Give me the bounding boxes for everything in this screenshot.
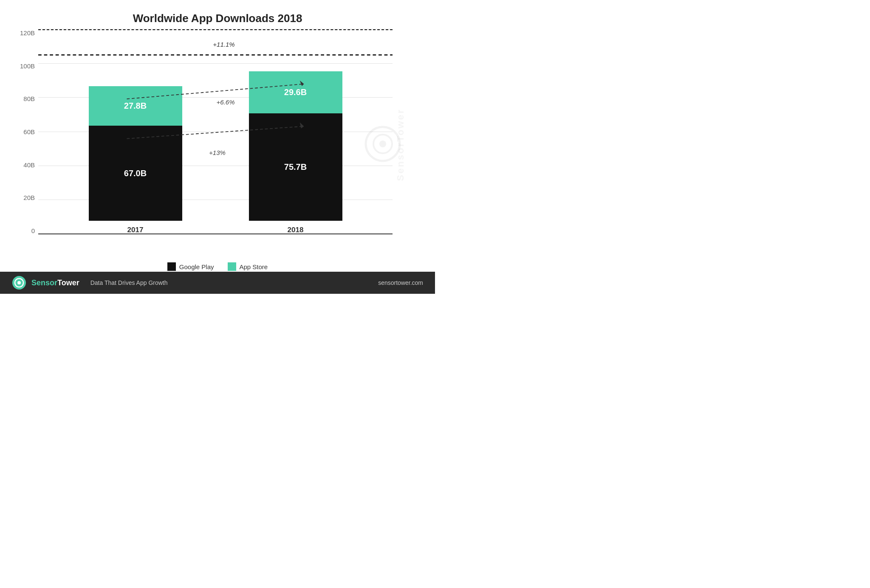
footer-logo-icon	[12, 276, 26, 290]
y-label-40: 40B	[13, 161, 38, 169]
pct-total-label: +11.1%	[213, 41, 234, 48]
y-label-100: 100B	[13, 62, 38, 70]
chart-container: Worldwide App Downloads 2018 0 20B 40B 6…	[0, 0, 435, 294]
pct-appstore-label: +6.6%	[217, 98, 235, 106]
x-label-2018: 2018	[288, 226, 304, 234]
bar-stack-2017: 27.8B 67.0B	[89, 86, 182, 221]
bar-2018-googleplay: 75.7B	[249, 113, 342, 221]
bar-2017-appstore-label: 27.8B	[124, 101, 147, 111]
bar-stack-2018: 29.6B 75.7B	[249, 71, 342, 221]
bar-2018-googleplay-label: 75.7B	[284, 162, 307, 172]
bar-2018-appstore: 29.6B	[249, 71, 342, 113]
legend-item-appstore: App Store	[228, 262, 268, 271]
svg-point-4	[17, 281, 21, 284]
legend-swatch-googleplay	[167, 262, 176, 271]
y-label-0: 0	[13, 227, 38, 234]
y-label-60: 60B	[13, 128, 38, 135]
bars-row: 27.8B 67.0B 2017	[38, 29, 393, 234]
bar-2017-appstore: 27.8B	[89, 86, 182, 126]
footer-left: SensorTower Data That Drives App Growth	[12, 276, 168, 290]
x-label-2017: 2017	[127, 226, 144, 234]
bar-group-2018: 29.6B 75.7B 2018	[249, 71, 342, 234]
bar-2017-googleplay: 67.0B	[89, 126, 182, 221]
y-axis: 0 20B 40B 60B 80B 100B 120B	[13, 29, 38, 234]
y-label-80: 80B	[13, 95, 38, 102]
legend: Google Play App Store	[0, 260, 435, 272]
y-label-20: 20B	[13, 194, 38, 201]
bar-group-2017: 27.8B 67.0B 2017	[89, 86, 182, 234]
footer: SensorTower Data That Drives App Growth …	[0, 272, 435, 294]
plot-area: 27.8B 67.0B 2017	[38, 29, 410, 260]
bar-2017-googleplay-label: 67.0B	[124, 169, 147, 178]
footer-tagline-text: Data That Drives App Growth	[90, 279, 168, 286]
chart-title: Worldwide App Downloads 2018	[0, 0, 435, 29]
legend-swatch-appstore	[228, 262, 236, 271]
legend-label-googleplay: Google Play	[179, 263, 214, 270]
legend-item-googleplay: Google Play	[167, 262, 214, 271]
pct-googleplay-label: +13%	[209, 149, 226, 156]
footer-brand-text: SensorTower	[31, 279, 79, 287]
y-label-120: 120B	[13, 29, 38, 37]
footer-url-text: sensortower.com	[378, 279, 423, 286]
chart-area: 0 20B 40B 60B 80B 100B 120B	[0, 29, 435, 260]
bar-2018-appstore-label: 29.6B	[284, 87, 307, 97]
legend-label-appstore: App Store	[240, 263, 268, 270]
watermark-text: SensorTower	[395, 108, 406, 181]
